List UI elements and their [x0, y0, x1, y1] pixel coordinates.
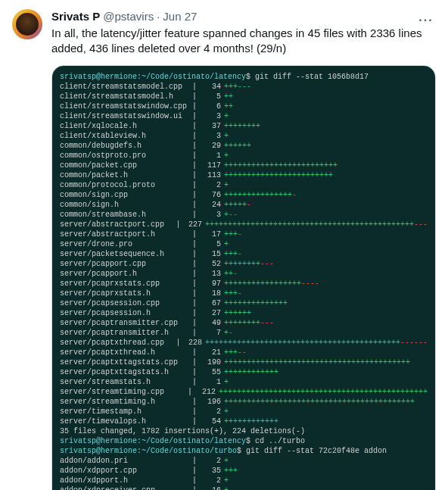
more-button[interactable]: ···: [413, 8, 439, 33]
tweet-header: Srivats P @pstavirs · Jun 27 In all, the…: [12, 9, 436, 490]
user-line: Srivats P @pstavirs · Jun 27: [51, 9, 436, 24]
avatar[interactable]: [12, 9, 42, 39]
tweet-container: ··· Srivats P @pstavirs · Jun 27 In all,…: [0, 0, 448, 490]
tweet-content: Srivats P @pstavirs · Jun 27 In all, the…: [51, 9, 436, 490]
dot-separator: ·: [157, 9, 160, 24]
display-name[interactable]: Srivats P: [51, 9, 100, 24]
tweet-media[interactable]: srivatsp@hermione:~/Code/ostinato/latenc…: [51, 65, 436, 490]
terminal-screenshot: srivatsp@hermione:~/Code/ostinato/latenc…: [52, 66, 435, 490]
tweet-date[interactable]: Jun 27: [163, 9, 197, 24]
tweet-text: In all, the latency/jitter feature spann…: [51, 26, 436, 56]
user-handle[interactable]: @pstavirs: [103, 9, 154, 24]
